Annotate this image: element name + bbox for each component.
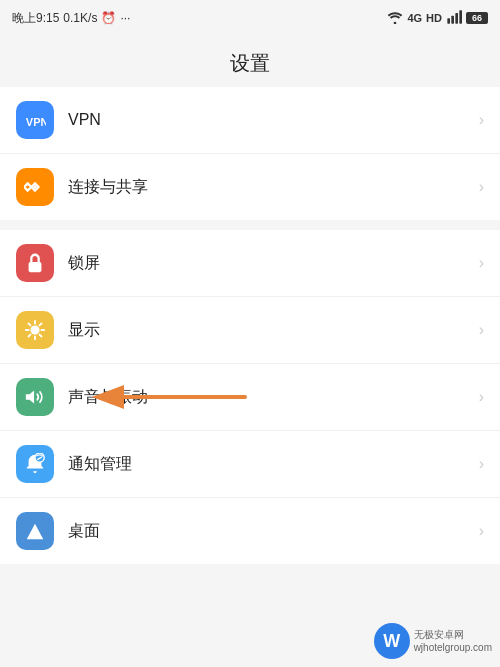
settings-item-desktop[interactable]: 桌面 › — [0, 498, 500, 564]
connect-icon — [24, 176, 46, 198]
display-icon — [24, 319, 46, 341]
vpn-chevron: › — [479, 111, 484, 129]
svg-point-0 — [394, 22, 397, 24]
notification-chevron: › — [479, 455, 484, 473]
vpn-icon: VPN — [24, 109, 46, 131]
display-icon-wrapper — [16, 311, 54, 349]
desktop-icon-wrapper — [16, 512, 54, 550]
settings-list: VPN VPN › 连接与共享 › — [0, 87, 500, 564]
signal-bars-icon — [446, 10, 462, 26]
settings-item-vpn[interactable]: VPN VPN › — [0, 87, 500, 154]
status-bar: 晚上9:15 0.1K/s ⏰ ··· 4G HD 66 — [0, 0, 500, 36]
svg-rect-7 — [29, 262, 42, 272]
connect-icon-wrapper — [16, 168, 54, 206]
lock-label: 锁屏 — [68, 253, 479, 274]
settings-item-sound[interactable]: 声音与振动 › — [0, 364, 500, 431]
connect-chevron: › — [479, 178, 484, 196]
status-right: 4G HD 66 — [387, 10, 488, 26]
sound-chevron: › — [479, 388, 484, 406]
page-title: 设置 — [0, 36, 500, 87]
settings-item-lock[interactable]: 锁屏 › — [0, 230, 500, 297]
lock-chevron: › — [479, 254, 484, 272]
wifi-icon — [387, 10, 403, 26]
svg-marker-17 — [26, 391, 34, 404]
settings-group-2: 锁屏 › 显示 › — [0, 230, 500, 564]
signal-4g-icon: 4G — [407, 12, 422, 24]
svg-line-13 — [29, 324, 31, 326]
svg-line-14 — [40, 335, 42, 337]
svg-point-6 — [33, 185, 37, 189]
watermark: W 无极安卓网 wjhotelgroup.com — [374, 623, 492, 659]
sound-icon — [24, 386, 46, 408]
desktop-chevron: › — [479, 522, 484, 540]
status-speed: 0.1K/s — [63, 11, 97, 25]
watermark-logo: W — [374, 623, 410, 659]
signal-hd-icon: HD — [426, 12, 442, 24]
notification-icon-wrapper — [16, 445, 54, 483]
watermark-site: 无极安卓网 — [414, 628, 492, 641]
vpn-icon-wrapper: VPN — [16, 101, 54, 139]
svg-text:VPN: VPN — [26, 116, 46, 128]
settings-group-1: VPN VPN › 连接与共享 › — [0, 87, 500, 220]
battery-icon: 66 — [466, 12, 488, 24]
display-label: 显示 — [68, 320, 479, 341]
status-left: 晚上9:15 0.1K/s ⏰ ··· — [12, 10, 130, 27]
watermark-text: 无极安卓网 wjhotelgroup.com — [414, 628, 492, 654]
alarm-icon: ⏰ — [101, 11, 116, 25]
svg-line-15 — [40, 324, 42, 326]
desktop-icon — [24, 520, 46, 542]
lock-icon — [24, 252, 46, 274]
svg-rect-3 — [455, 13, 458, 24]
svg-rect-1 — [447, 18, 450, 23]
settings-item-notification[interactable]: 通知管理 › — [0, 431, 500, 498]
more-icon: ··· — [120, 11, 130, 25]
notification-label: 通知管理 — [68, 454, 479, 475]
svg-rect-4 — [459, 10, 462, 23]
watermark-url: wjhotelgroup.com — [414, 641, 492, 654]
connect-label: 连接与共享 — [68, 177, 479, 198]
svg-rect-2 — [451, 16, 454, 24]
sound-label: 声音与振动 — [68, 387, 479, 408]
vpn-label: VPN — [68, 111, 479, 129]
display-chevron: › — [479, 321, 484, 339]
sound-icon-wrapper — [16, 378, 54, 416]
desktop-label: 桌面 — [68, 521, 479, 542]
settings-item-display[interactable]: 显示 › — [0, 297, 500, 364]
notification-icon — [24, 453, 46, 475]
lock-icon-wrapper — [16, 244, 54, 282]
svg-line-16 — [29, 335, 31, 337]
status-time: 晚上9:15 — [12, 10, 59, 27]
settings-item-connect[interactable]: 连接与共享 › — [0, 154, 500, 220]
svg-point-8 — [30, 325, 39, 334]
